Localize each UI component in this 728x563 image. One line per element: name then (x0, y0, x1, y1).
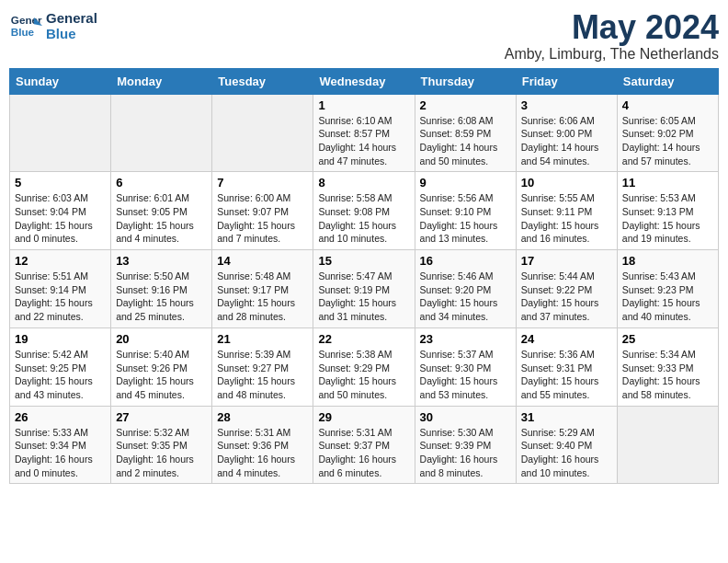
day-number: 23 (420, 332, 511, 346)
calendar-cell: 22Sunrise: 5:38 AM Sunset: 9:29 PM Dayli… (313, 327, 415, 406)
day-number: 13 (116, 254, 207, 268)
calendar-cell: 31Sunrise: 5:29 AM Sunset: 9:40 PM Dayli… (516, 406, 617, 484)
calendar-cell: 18Sunrise: 5:43 AM Sunset: 9:23 PM Dayli… (617, 250, 718, 328)
day-info: Sunrise: 5:42 AM Sunset: 9:25 PM Dayligh… (15, 348, 106, 402)
calendar-cell (617, 406, 718, 484)
day-info: Sunrise: 5:29 AM Sunset: 9:40 PM Dayligh… (521, 426, 612, 480)
day-info: Sunrise: 5:39 AM Sunset: 9:27 PM Dayligh… (217, 348, 308, 402)
day-number: 27 (116, 410, 207, 424)
day-number: 5 (15, 176, 106, 190)
calendar-cell: 29Sunrise: 5:31 AM Sunset: 9:37 PM Dayli… (313, 406, 415, 484)
day-info: Sunrise: 5:37 AM Sunset: 9:30 PM Dayligh… (420, 348, 511, 402)
day-number: 11 (622, 176, 713, 190)
calendar-cell: 12Sunrise: 5:51 AM Sunset: 9:14 PM Dayli… (10, 250, 111, 328)
day-number: 10 (521, 176, 612, 190)
header: General Blue General Blue May 2024 Amby,… (9, 9, 719, 63)
day-info: Sunrise: 5:51 AM Sunset: 9:14 PM Dayligh… (15, 270, 106, 324)
day-info: Sunrise: 5:55 AM Sunset: 9:11 PM Dayligh… (521, 191, 612, 246)
day-info: Sunrise: 5:43 AM Sunset: 9:23 PM Dayligh… (622, 270, 713, 324)
calendar-cell (212, 94, 313, 172)
day-number: 26 (15, 410, 106, 424)
calendar-cell: 4Sunrise: 6:05 AM Sunset: 9:02 PM Daylig… (617, 94, 718, 172)
calendar-cell (10, 94, 111, 172)
logo-line1: General (46, 10, 97, 26)
day-info: Sunrise: 5:31 AM Sunset: 9:37 PM Dayligh… (318, 426, 409, 480)
calendar-cell: 5Sunrise: 6:03 AM Sunset: 9:04 PM Daylig… (10, 172, 111, 250)
day-number: 17 (521, 254, 612, 268)
day-info: Sunrise: 6:10 AM Sunset: 8:57 PM Dayligh… (318, 114, 409, 168)
day-info: Sunrise: 5:33 AM Sunset: 9:34 PM Dayligh… (15, 426, 106, 480)
week-row-4: 19Sunrise: 5:42 AM Sunset: 9:25 PM Dayli… (10, 327, 719, 406)
header-day-sunday: Sunday (10, 68, 111, 94)
day-number: 31 (521, 410, 612, 424)
calendar-cell: 26Sunrise: 5:33 AM Sunset: 9:34 PM Dayli… (10, 406, 111, 484)
day-number: 3 (521, 98, 612, 112)
calendar-cell: 17Sunrise: 5:44 AM Sunset: 9:22 PM Dayli… (516, 250, 617, 328)
day-number: 21 (217, 332, 308, 346)
day-number: 30 (420, 410, 511, 424)
calendar-cell: 10Sunrise: 5:55 AM Sunset: 9:11 PM Dayli… (516, 172, 617, 250)
calendar-cell: 21Sunrise: 5:39 AM Sunset: 9:27 PM Dayli… (212, 327, 313, 406)
day-info: Sunrise: 5:47 AM Sunset: 9:19 PM Dayligh… (318, 270, 409, 324)
calendar-cell: 8Sunrise: 5:58 AM Sunset: 9:08 PM Daylig… (313, 172, 415, 250)
day-number: 18 (622, 254, 713, 268)
day-number: 14 (217, 254, 308, 268)
calendar-cell: 27Sunrise: 5:32 AM Sunset: 9:35 PM Dayli… (111, 406, 212, 484)
day-info: Sunrise: 5:53 AM Sunset: 9:13 PM Dayligh… (622, 191, 713, 246)
day-number: 9 (420, 176, 511, 190)
day-number: 6 (116, 176, 207, 190)
day-number: 16 (420, 254, 511, 268)
calendar-cell: 13Sunrise: 5:50 AM Sunset: 9:16 PM Dayli… (111, 250, 212, 328)
week-row-2: 5Sunrise: 6:03 AM Sunset: 9:04 PM Daylig… (10, 172, 719, 250)
day-info: Sunrise: 6:05 AM Sunset: 9:02 PM Dayligh… (622, 114, 713, 168)
calendar-subtitle: Amby, Limburg, The Netherlands (505, 46, 719, 63)
day-info: Sunrise: 6:03 AM Sunset: 9:04 PM Dayligh… (15, 191, 106, 246)
day-number: 22 (318, 332, 409, 346)
day-info: Sunrise: 6:01 AM Sunset: 9:05 PM Dayligh… (116, 191, 207, 246)
header-day-tuesday: Tuesday (212, 68, 313, 94)
calendar-cell: 1Sunrise: 6:10 AM Sunset: 8:57 PM Daylig… (313, 94, 415, 172)
calendar-cell: 16Sunrise: 5:46 AM Sunset: 9:20 PM Dayli… (415, 250, 516, 328)
calendar-table: SundayMondayTuesdayWednesdayThursdayFrid… (9, 68, 719, 485)
day-info: Sunrise: 6:00 AM Sunset: 9:07 PM Dayligh… (217, 191, 308, 246)
day-number: 29 (318, 410, 409, 424)
day-info: Sunrise: 5:56 AM Sunset: 9:10 PM Dayligh… (420, 191, 511, 246)
day-info: Sunrise: 5:32 AM Sunset: 9:35 PM Dayligh… (116, 426, 207, 480)
calendar-header: SundayMondayTuesdayWednesdayThursdayFrid… (10, 68, 719, 94)
svg-text:Blue: Blue (11, 26, 35, 38)
day-number: 28 (217, 410, 308, 424)
day-info: Sunrise: 5:46 AM Sunset: 9:20 PM Dayligh… (420, 270, 511, 324)
week-row-5: 26Sunrise: 5:33 AM Sunset: 9:34 PM Dayli… (10, 406, 719, 484)
calendar-cell: 15Sunrise: 5:47 AM Sunset: 9:19 PM Dayli… (313, 250, 415, 328)
calendar-cell: 24Sunrise: 5:36 AM Sunset: 9:31 PM Dayli… (516, 327, 617, 406)
logo-line2: Blue (46, 26, 97, 41)
week-row-3: 12Sunrise: 5:51 AM Sunset: 9:14 PM Dayli… (10, 250, 719, 328)
day-info: Sunrise: 5:58 AM Sunset: 9:08 PM Dayligh… (318, 191, 409, 246)
day-info: Sunrise: 5:44 AM Sunset: 9:22 PM Dayligh… (521, 270, 612, 324)
day-info: Sunrise: 5:40 AM Sunset: 9:26 PM Dayligh… (116, 348, 207, 402)
calendar-cell: 23Sunrise: 5:37 AM Sunset: 9:30 PM Dayli… (415, 327, 516, 406)
calendar-cell: 30Sunrise: 5:30 AM Sunset: 9:39 PM Dayli… (415, 406, 516, 484)
calendar-cell: 20Sunrise: 5:40 AM Sunset: 9:26 PM Dayli… (111, 327, 212, 406)
title-area: May 2024 Amby, Limburg, The Netherlands (505, 9, 719, 63)
day-info: Sunrise: 5:31 AM Sunset: 9:36 PM Dayligh… (217, 426, 308, 480)
day-info: Sunrise: 6:06 AM Sunset: 9:00 PM Dayligh… (521, 114, 612, 168)
header-day-thursday: Thursday (415, 68, 516, 94)
header-row: SundayMondayTuesdayWednesdayThursdayFrid… (10, 68, 719, 94)
header-day-wednesday: Wednesday (313, 68, 415, 94)
day-info: Sunrise: 5:38 AM Sunset: 9:29 PM Dayligh… (318, 348, 409, 402)
calendar-cell: 28Sunrise: 5:31 AM Sunset: 9:36 PM Dayli… (212, 406, 313, 484)
header-day-monday: Monday (111, 68, 212, 94)
header-day-friday: Friday (516, 68, 617, 94)
header-day-saturday: Saturday (617, 68, 718, 94)
day-number: 25 (622, 332, 713, 346)
day-info: Sunrise: 5:50 AM Sunset: 9:16 PM Dayligh… (116, 270, 207, 324)
calendar-cell: 11Sunrise: 5:53 AM Sunset: 9:13 PM Dayli… (617, 172, 718, 250)
day-number: 4 (622, 98, 713, 112)
calendar-cell: 25Sunrise: 5:34 AM Sunset: 9:33 PM Dayli… (617, 327, 718, 406)
day-info: Sunrise: 5:34 AM Sunset: 9:33 PM Dayligh… (622, 348, 713, 402)
day-number: 7 (217, 176, 308, 190)
calendar-title: May 2024 (505, 9, 719, 46)
day-number: 1 (318, 98, 409, 112)
day-number: 15 (318, 254, 409, 268)
